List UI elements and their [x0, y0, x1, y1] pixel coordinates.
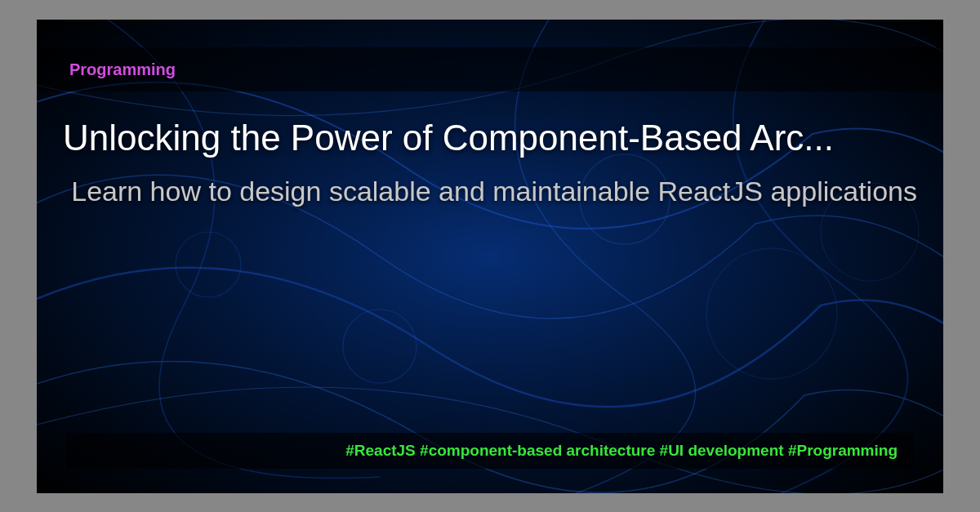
promo-card: Programming Unlocking the Power of Compo…: [37, 20, 943, 493]
card-title: Unlocking the Power of Component-Based A…: [63, 118, 917, 158]
category-band: Programming: [37, 47, 943, 91]
svg-point-5: [176, 232, 241, 297]
svg-point-3: [343, 309, 416, 383]
category-label: Programming: [69, 60, 176, 79]
tags-text: #ReactJS #component-based architecture #…: [345, 442, 898, 460]
card-subtitle: Learn how to design scalable and maintai…: [63, 173, 917, 211]
tags-band: #ReactJS #component-based architecture #…: [66, 433, 914, 469]
svg-point-2: [706, 248, 837, 379]
